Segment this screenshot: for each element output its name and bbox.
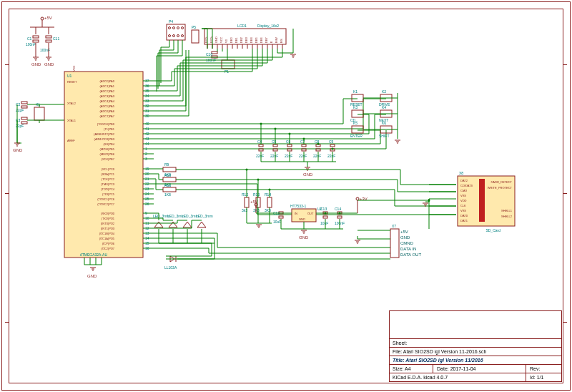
svg-text:R10: R10: [164, 173, 171, 177]
svg-text:(SDA)PC1: (SDA)PC1: [101, 172, 114, 176]
svg-text:(SS)PB4: (SS)PB4: [103, 142, 114, 146]
tb-size: Size: A4: [393, 366, 411, 371]
svg-rect-268: [279, 216, 283, 218]
svg-rect-239: [163, 177, 176, 182]
svg-text:NEXT: NEXT: [379, 118, 388, 122]
svg-point-217: [332, 148, 334, 150]
svg-text:E: E: [270, 41, 273, 43]
svg-point-286: [325, 212, 327, 215]
svg-text:22nF: 22nF: [270, 154, 278, 158]
svg-text:DB0: DB0: [230, 36, 233, 43]
svg-rect-9: [46, 40, 51, 42]
svg-text:SHELL2: SHELL2: [501, 215, 513, 218]
sd-card: X8 SD_Card DAT2CD/DAT3 CMDVSS VDDCLK VSS…: [358, 171, 515, 232]
svg-text:C14: C14: [335, 207, 341, 211]
svg-text:XTAL2: XTAL2: [67, 102, 77, 105]
svg-text:(ADC6)PA6: (ADC6)PA6: [99, 109, 114, 113]
tb-id: Id: 1/1: [530, 375, 543, 380]
svg-text:X8: X8: [459, 171, 463, 175]
svg-text:(INT1)PD3: (INT1)PD3: [101, 227, 115, 230]
svg-text:22nF: 22nF: [327, 154, 335, 158]
svg-text:GND: GND: [299, 217, 305, 221]
svg-rect-18: [21, 102, 27, 104]
svg-text:DB2: DB2: [240, 36, 243, 43]
svg-text:(ADC1)PA1: (ADC1)PA1: [99, 84, 114, 88]
svg-text:GND: GND: [303, 172, 313, 177]
svg-text:(MISO)PB6: (MISO)PB6: [100, 152, 115, 156]
svg-text:DAT2: DAT2: [460, 179, 468, 182]
svg-point-4: [41, 17, 44, 20]
svg-text:ENTER: ENTER: [350, 134, 363, 138]
svg-text:RESET: RESET: [67, 80, 77, 84]
svg-text:VCC: VCC: [220, 36, 223, 43]
svg-text:C4: C4: [257, 139, 262, 144]
svg-text:DB5: DB5: [255, 36, 258, 43]
svg-text:(AIN0/INT2)PB2: (AIN0/INT2)PB2: [94, 132, 115, 136]
svg-text:22nF: 22nF: [285, 154, 292, 158]
svg-text:Display_16x2: Display_16x2: [257, 24, 279, 28]
svg-text:(OC1B)PD4: (OC1B)PD4: [99, 232, 115, 235]
regulator: U2 HT7533-1 IN OUT GND C1210uF C1310uF C…: [250, 197, 368, 240]
svg-point-216: [317, 143, 320, 145]
leds: LED_3mm LED_3mm LED_3mm LED_3mm: [153, 213, 214, 243]
svg-text:X7: X7: [392, 224, 396, 228]
svg-point-255: [257, 179, 260, 181]
svg-text:C13: C13: [320, 207, 327, 211]
svg-rect-22: [21, 117, 27, 119]
svg-point-284: [356, 197, 359, 200]
isp-header: P4 LCD1 Display_16x2 LED- LED+ GND VCC V…: [154, 19, 296, 106]
tb-title: Title: Atari SIO2SD igl Version 11/2016: [393, 358, 483, 363]
svg-text:DAT0: DAT0: [460, 214, 468, 217]
svg-text:(TXD)PD1: (TXD)PD1: [102, 217, 115, 220]
svg-point-140: [169, 35, 171, 37]
svg-text:C3: C3: [16, 118, 21, 122]
svg-text:(ADC7)PA7: (ADC7)PA7: [99, 114, 114, 118]
svg-text:(AIN1/OC0)PB3: (AIN1/OC0)PB3: [94, 137, 115, 141]
svg-text:GND: GND: [214, 36, 218, 43]
svg-point-141: [173, 35, 175, 37]
svg-text:RESET: RESET: [350, 102, 363, 107]
svg-rect-26: [34, 107, 44, 120]
svg-rect-187: [259, 144, 263, 147]
svg-rect-6: [33, 36, 39, 38]
svg-text:3K3: 3K3: [253, 208, 260, 212]
svg-text:3K3: 3K3: [265, 208, 271, 212]
svg-point-136: [169, 27, 171, 29]
svg-text:22nF: 22nF: [313, 154, 321, 158]
svg-text:(ADC2)PA2: (ADC2)PA2: [99, 89, 114, 93]
svg-rect-245: [245, 197, 249, 207]
svg-point-212: [260, 123, 262, 125]
svg-point-138: [177, 27, 179, 29]
svg-rect-190: [273, 149, 277, 151]
svg-rect-242: [163, 187, 176, 192]
svg-text:(TOSC1)PC6: (TOSC1)PC6: [97, 197, 114, 201]
svg-text:22nF: 22nF: [299, 154, 307, 158]
u1-atmega32: U1 ATMEGA32A-AU RESET VCC XTAL2 XTAL1 AR…: [64, 65, 154, 278]
svg-text:C2: C2: [16, 102, 21, 107]
svg-text:IN: IN: [295, 212, 297, 215]
svg-text:RS: RS: [280, 39, 283, 43]
svg-point-213: [275, 128, 277, 130]
svg-text:(ADC5)PA5: (ADC5)PA5: [99, 104, 114, 108]
svg-text:(OC1A)PD5: (OC1A)PD5: [99, 237, 115, 240]
svg-text:(ADC4)PA4: (ADC4)PA4: [99, 99, 114, 103]
svg-rect-191: [287, 144, 292, 147]
svg-text:R/W: R/W: [275, 37, 278, 43]
svg-text:(ICP)PD6: (ICP)PD6: [102, 242, 115, 245]
svg-text:V0: V0: [225, 39, 228, 43]
svg-text:LCD1: LCD1: [237, 24, 247, 28]
sio-connector: LL103A X7 +5V GND CMND DATA IN DATA OUT: [154, 224, 421, 270]
svg-text:C6: C6: [286, 139, 291, 144]
svg-text:WRITE_PROTECT: WRITE_PROTECT: [488, 186, 513, 190]
svg-text:(TOSC2)PC7: (TOSC2)PC7: [97, 202, 114, 206]
svg-rect-185: [192, 30, 199, 43]
svg-text:GND: GND: [87, 274, 97, 278]
svg-rect-179: [212, 52, 217, 54]
svg-text:DRIVE: DRIVE: [379, 102, 390, 107]
svg-text:CLK: CLK: [460, 204, 466, 207]
svg-text:+5V: +5V: [250, 200, 258, 204]
svg-text:CMND: CMND: [400, 241, 414, 245]
svg-text:CD/DAT3: CD/DAT3: [460, 184, 473, 187]
svg-rect-290: [390, 229, 399, 258]
svg-text:K1: K1: [353, 89, 358, 94]
